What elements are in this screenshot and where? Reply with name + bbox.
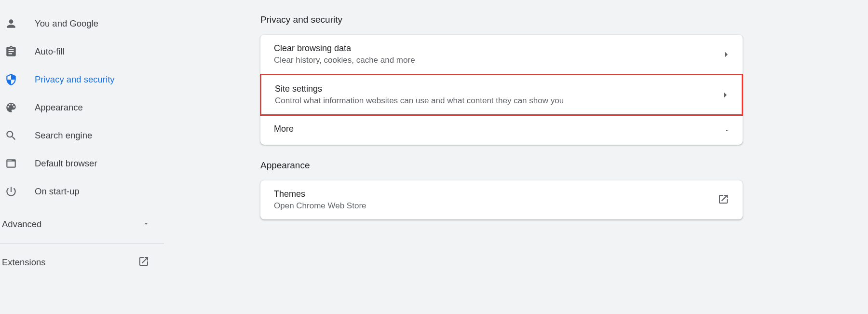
person-icon (5, 17, 17, 30)
chevron-down-icon (724, 128, 729, 133)
palette-icon (5, 101, 17, 114)
section-title: Privacy and security (260, 14, 743, 25)
sidebar-item-appearance[interactable]: Appearance (0, 94, 188, 122)
sidebar-item-label: You and Google (35, 18, 98, 29)
open-in-new-icon (138, 256, 149, 270)
chevron-down-icon (143, 219, 149, 230)
row-title: Site settings (275, 84, 564, 94)
sidebar-item-label: Privacy and security (35, 74, 115, 85)
sidebar-item-label: Default browser (35, 158, 97, 169)
section-appearance: Appearance Themes Open Chrome Web Store (260, 160, 743, 219)
advanced-label: Advanced (2, 219, 41, 230)
sidebar-item-label: Search engine (35, 130, 92, 141)
row-themes[interactable]: Themes Open Chrome Web Store (260, 180, 743, 219)
sidebar-item-label: On start-up (35, 186, 80, 197)
arrow-right-icon (724, 52, 729, 57)
sidebar-extensions[interactable]: Extensions (0, 248, 188, 276)
sidebar-item-label: Auto-fill (35, 46, 65, 57)
shield-icon (5, 73, 17, 86)
row-more[interactable]: More (260, 115, 743, 145)
sidebar-item-search-engine[interactable]: Search engine (0, 122, 188, 150)
clipboard-icon (5, 45, 17, 58)
row-title: Clear browsing data (274, 43, 415, 54)
row-subtitle: Clear history, cookies, cache and more (274, 55, 415, 65)
appearance-card: Themes Open Chrome Web Store (260, 180, 743, 219)
browser-icon (5, 157, 17, 170)
sidebar-item-you-and-google[interactable]: You and Google (0, 10, 188, 38)
row-clear-browsing-data[interactable]: Clear browsing data Clear history, cooki… (260, 35, 743, 74)
settings-main: Privacy and security Clear browsing data… (188, 0, 868, 314)
settings-sidebar: You and Google Auto-fill Privacy and sec… (0, 0, 188, 314)
extensions-label: Extensions (2, 257, 46, 268)
sidebar-advanced[interactable]: Advanced (0, 210, 188, 238)
row-title: More (274, 124, 294, 134)
sidebar-divider (0, 243, 164, 244)
row-subtitle: Open Chrome Web Store (274, 201, 366, 211)
row-site-settings[interactable]: Site settings Control what information w… (260, 74, 743, 116)
sidebar-item-autofill[interactable]: Auto-fill (0, 38, 188, 66)
row-subtitle: Control what information websites can us… (275, 96, 564, 106)
power-icon (5, 185, 17, 198)
sidebar-item-on-startup[interactable]: On start-up (0, 177, 188, 205)
row-title: Themes (274, 189, 366, 199)
section-title: Appearance (260, 160, 743, 171)
search-icon (5, 129, 17, 142)
section-privacy-security: Privacy and security Clear browsing data… (260, 14, 743, 145)
sidebar-item-privacy-security[interactable]: Privacy and security (0, 66, 188, 94)
sidebar-item-label: Appearance (35, 102, 83, 113)
open-in-new-icon (718, 193, 729, 207)
sidebar-item-default-browser[interactable]: Default browser (0, 150, 188, 177)
privacy-security-card: Clear browsing data Clear history, cooki… (260, 35, 743, 145)
arrow-right-icon (723, 93, 728, 97)
